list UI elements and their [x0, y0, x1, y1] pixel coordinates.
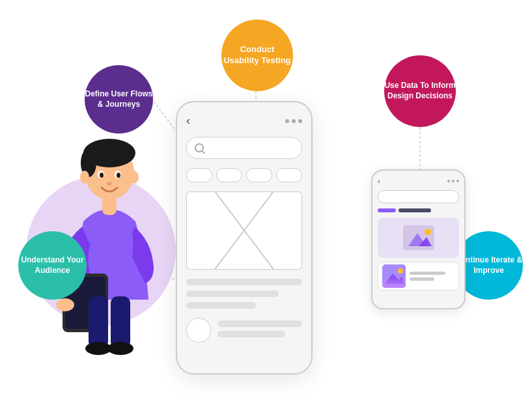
phone-main-text-2: [217, 331, 285, 337]
svg-point-26: [425, 229, 431, 235]
phone-small-text-lines: [410, 272, 455, 281]
phone-main-dot-1: [285, 119, 289, 123]
phone-small-thumbnail: [382, 264, 406, 288]
phone-main-dot-2: [292, 119, 296, 123]
phone-small-card1: [378, 218, 459, 258]
phone-small-search: [378, 190, 459, 203]
svg-point-29: [398, 268, 403, 274]
phone-chip-4: [276, 168, 302, 182]
phone-main-dots: [285, 119, 302, 123]
phone-small-text-2: [410, 277, 434, 281]
bubble-define-label: Define User Flows & Journeys: [85, 89, 153, 109]
phone-main-image-placeholder: [186, 191, 302, 270]
phone-small-dots: [447, 180, 459, 182]
phone-small-bar-row: [378, 208, 459, 212]
bubble-data-label: Use Data To Inform Design Decisions: [384, 81, 456, 101]
bubble-conduct-label: Conduct Usability Testing: [221, 44, 293, 66]
phone-small: ‹: [371, 169, 466, 309]
bubble-understand: Understand Your Audience: [18, 231, 87, 300]
phone-chip-2: [216, 168, 242, 182]
phone-main-header: ‹: [186, 114, 302, 128]
phone-small-header: ‹: [378, 177, 459, 185]
phone-small-bar-purple: [378, 208, 396, 212]
phone-small-back-arrow: ‹: [378, 177, 380, 185]
svg-rect-19: [89, 296, 108, 348]
phone-main-lines: [186, 279, 302, 309]
phone-main-chips: [186, 168, 302, 182]
phone-small-text-1: [410, 272, 445, 275]
phone-main-search-icon: [195, 143, 204, 152]
thumb-icon: [382, 264, 406, 288]
mountain-icon: [403, 225, 434, 250]
phone-small-dot-1: [447, 180, 450, 182]
phone-small-dot-2: [452, 180, 455, 182]
phone-main-bottom: [186, 318, 302, 343]
svg-point-14: [100, 173, 104, 178]
phone-main-avatar: [186, 318, 211, 343]
phone-main-text-lines: [217, 318, 302, 337]
phone-main-text-1: [217, 320, 302, 327]
svg-rect-8: [102, 197, 117, 215]
phone-main: ‹: [176, 101, 313, 375]
phone-main-back-arrow: ‹: [186, 114, 190, 128]
svg-point-17: [80, 171, 89, 184]
phone-small-card2: [378, 262, 459, 291]
phone-main-line-2: [186, 291, 279, 297]
bubble-define: Define User Flows & Journeys: [85, 65, 153, 134]
phone-small-dot-3: [456, 180, 459, 182]
svg-point-15: [117, 173, 120, 178]
svg-point-18: [130, 171, 139, 184]
phone-main-search: [186, 137, 302, 159]
phone-small-bar-dark: [399, 208, 431, 212]
phone-main-dot-3: [298, 119, 302, 123]
phone-main-line-1: [186, 279, 302, 285]
svg-point-22: [107, 342, 133, 355]
phone-chip-3: [246, 168, 272, 182]
svg-point-11: [56, 298, 74, 311]
scene: Conduct Usability Testing Define User Fl…: [0, 0, 532, 411]
svg-point-16: [107, 182, 112, 186]
bubble-understand-label: Understand Your Audience: [18, 255, 87, 276]
phone-chip-1: [186, 168, 212, 182]
svg-rect-20: [111, 296, 130, 348]
bubble-conduct: Conduct Usability Testing: [221, 20, 293, 91]
bubble-data: Use Data To Inform Design Decisions: [384, 55, 456, 127]
phone-main-line-3: [186, 302, 256, 309]
